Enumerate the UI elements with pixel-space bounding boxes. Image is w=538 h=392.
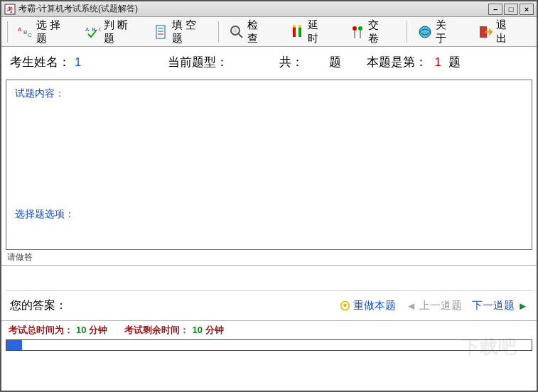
check-button[interactable]: 检 查 <box>225 16 284 48</box>
window-title: 考霸-计算机考试系统(试题解答) <box>18 3 488 15</box>
titlebar: 考 考霸-计算机考试系统(试题解答) – □ × <box>1 1 537 17</box>
svg-text:C: C <box>28 32 33 38</box>
toolbar: ABC 选择题 ABC 判断题 填空题 检 查 延 时 交 卷 关 于 <box>1 17 537 47</box>
fill-question-button[interactable]: 填空题 <box>149 16 215 48</box>
exit-button[interactable]: 退 出 <box>473 16 532 48</box>
warning-icon: ⦿ <box>340 300 350 312</box>
svg-point-17 <box>353 26 357 31</box>
total-time-text: 考试总时间为：10分钟 <box>9 324 107 337</box>
arrow-right-icon: ► <box>517 300 528 312</box>
exit-icon <box>478 24 493 40</box>
question-options-label: 选择题选项： <box>15 208 523 221</box>
minimize-button[interactable]: – <box>488 4 502 15</box>
progress-fill <box>6 340 22 350</box>
redo-button[interactable]: ⦿ 重做本题 <box>340 299 396 312</box>
remaining-time-text: 考试剩余时间：10分钟 <box>124 324 223 337</box>
question-type-label: 当前题型： <box>168 54 228 70</box>
arrow-left-icon: ◄ <box>406 300 416 312</box>
flags-icon <box>350 24 365 40</box>
svg-rect-13 <box>293 27 296 37</box>
svg-rect-6 <box>156 26 165 38</box>
svg-point-16 <box>298 25 301 28</box>
next-question-button[interactable]: 下一道题 ► <box>472 299 528 312</box>
magnify-icon <box>229 24 244 40</box>
prev-question-button[interactable]: ◄ 上一道题 <box>406 299 462 312</box>
judge-question-button[interactable]: ABC 判断题 <box>81 16 147 48</box>
question-panel: 试题内容： 选择题选项： <box>6 80 532 250</box>
info-row: 考生姓名： 1 当前题型： 共： 题 本题是第： 1 题 <box>1 47 537 80</box>
notebook-icon <box>154 24 169 40</box>
current-number: 1 <box>434 55 441 70</box>
close-button[interactable]: × <box>520 4 534 15</box>
your-answer-label: 您的答案： <box>10 298 67 313</box>
about-button[interactable]: 关 于 <box>413 16 472 48</box>
question-content-area <box>15 104 523 208</box>
total-unit: 题 <box>329 54 341 70</box>
candidate-name-label: 考生姓名： <box>10 54 70 70</box>
submit-button[interactable]: 交 卷 <box>345 16 404 48</box>
status-row: 考试总时间为：10分钟 考试剩余时间：10分钟 <box>1 321 537 338</box>
svg-text:考: 考 <box>6 6 14 13</box>
delay-button[interactable]: 延 时 <box>285 16 344 48</box>
candidate-name-value: 1 <box>75 55 81 70</box>
choice-question-button[interactable]: ABC 选择题 <box>14 16 80 48</box>
globe-icon <box>417 24 433 40</box>
svg-text:ABC: ABC <box>85 26 101 33</box>
progress-bar <box>6 339 532 351</box>
current-unit: 题 <box>448 54 461 70</box>
instruction-label: 请做答 <box>1 250 537 266</box>
maximize-button[interactable]: □ <box>504 4 518 15</box>
total-label: 共： <box>279 54 303 70</box>
svg-point-21 <box>419 26 431 38</box>
app-icon: 考 <box>4 4 16 15</box>
question-content-label: 试题内容： <box>15 87 523 100</box>
current-label: 本题是第： <box>367 54 427 70</box>
svg-point-12 <box>233 28 237 33</box>
answer-input-area[interactable] <box>6 266 532 291</box>
answer-row: 您的答案： ⦿ 重做本题 ◄ 上一道题 下一道题 ► <box>1 291 537 321</box>
hourglass-icon <box>289 24 305 40</box>
abc-icon: ABC <box>18 24 33 40</box>
svg-point-15 <box>293 25 296 28</box>
check-x-icon: ABC <box>85 24 101 40</box>
svg-point-18 <box>358 26 362 31</box>
svg-line-11 <box>239 34 242 38</box>
svg-rect-14 <box>298 27 301 37</box>
